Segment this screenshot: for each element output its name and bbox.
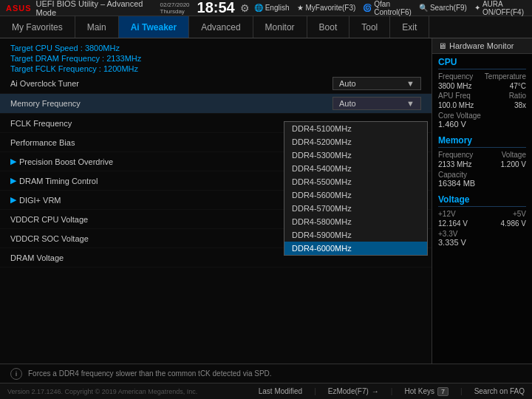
right-panel: 🖥 Hardware Monitor CPU Frequency Tempera… (432, 38, 532, 364)
hotkeys-label: Hot Keys (404, 387, 434, 395)
hw-cap-label: Capacity (438, 171, 526, 179)
hw-cpu-freq-label: Frequency (438, 72, 473, 81)
search-button[interactable]: 🔍 Search(F9) (419, 4, 467, 12)
hw-cap-value: 16384 MB (438, 179, 526, 188)
nav-main[interactable]: Main (75, 16, 119, 38)
hw-mem-volt-label: Voltage (502, 151, 526, 159)
hw-mem-freq-value: 2133 MHz (438, 160, 472, 168)
hw-monitor-header: 🖥 Hardware Monitor (432, 38, 532, 54)
memory-frequency-row[interactable]: Memory Frequency Auto ▼ (0, 94, 432, 114)
bios-title: UEFI BIOS Utility – Advanced Mode (36, 0, 150, 17)
day-display: Thursday (160, 8, 190, 15)
nav-exit[interactable]: Exit (390, 16, 429, 38)
hw-voltage-section: Voltage +12V +5V 12.164 V 4.986 V +3.3V … (432, 191, 532, 250)
ai-overclock-arrow: ▼ (406, 79, 415, 88)
hw-cpu-freq-value: 3800 MHz (438, 82, 472, 90)
nav-tool[interactable]: Tool (349, 16, 390, 38)
bottom-info-bar: i Forces a DDR4 frequency slower than th… (0, 364, 532, 383)
settings-icon[interactable]: ⚙ (240, 2, 250, 14)
hw-v33-value: 3.335 V (438, 238, 526, 247)
precision-boost-arrow: ▶ (10, 157, 16, 166)
dd-item-9[interactable]: DDR4-6000MHz (284, 242, 427, 255)
top-bar-right: 🌐 English ★ MyFavorite(F3) 🌀 Qfan Contro… (254, 0, 526, 16)
hw-cpu-section: CPU Frequency Temperature 3800 MHz 47°C … (432, 54, 532, 132)
aura-label: AURA ON/OFF(F4) (482, 0, 526, 16)
ai-overclock-value[interactable]: Auto ▼ (332, 77, 421, 90)
nav-myfavorites[interactable]: My Favorites (0, 16, 75, 38)
top-bar: ASUS UEFI BIOS Utility – Advanced Mode 0… (0, 0, 532, 16)
ezmode-button[interactable]: EzMode(F7) → (328, 387, 379, 396)
language-selector[interactable]: 🌐 English (254, 4, 290, 12)
ai-overclock-label: Ai Overclock Tuner (10, 79, 332, 88)
dd-item-2[interactable]: DDR4-5300MHz (284, 149, 427, 162)
hw-corevolt-value: 1.460 V (438, 120, 526, 129)
target-fclk-info: Target FCLK Frequency : 1200MHz (0, 64, 432, 74)
hw-cpu-freq-val-row: 3800 MHz 47°C (438, 82, 526, 90)
search-icon: 🔍 (419, 4, 428, 12)
aura-icon: ✦ (474, 4, 480, 12)
hw-apu-freq-label: APU Freq (438, 92, 471, 100)
hw-memory-title: Memory (438, 135, 526, 148)
hotkeys-item[interactable]: Hot Keys 7 (404, 387, 449, 396)
digi-vrm-arrow: ▶ (10, 195, 16, 205)
hw-v33-label: +3.3V (438, 230, 526, 238)
hw-v5-label: +5V (513, 210, 526, 218)
left-panel: Target CPU Speed : 3800MHz Target DRAM F… (0, 38, 432, 364)
memory-freq-arrow: ▼ (406, 99, 415, 108)
search-label: Search(F9) (430, 4, 467, 12)
hw-voltage-title: Voltage (438, 194, 526, 207)
dd-item-6[interactable]: DDR4-5700MHz (284, 202, 427, 215)
hw-memory-section: Memory Frequency Voltage 2133 MHz 1.200 … (432, 132, 532, 191)
hw-apu-val-row: 100.0 MHz 38x (438, 101, 526, 109)
dd-item-4[interactable]: DDR4-5500MHz (284, 175, 427, 188)
hw-cpu-temp-label: Temperature (485, 72, 526, 81)
myfavorite-button[interactable]: ★ MyFavorite(F3) (297, 4, 356, 12)
language-icon: 🌐 (254, 4, 263, 12)
hw-ratio-label: Ratio (509, 92, 526, 100)
memory-freq-dropdown[interactable]: DDR4-5100MHz DDR4-5200MHz DDR4-5300MHz D… (284, 121, 428, 256)
last-modified-item: Last Modified (259, 387, 302, 396)
date-display: 02/27/2020 (160, 1, 190, 8)
main-nav: My Favorites Main Ai Tweaker Advanced Mo… (0, 16, 532, 38)
ai-overclock-tuner-row[interactable]: Ai Overclock Tuner Auto ▼ (0, 74, 432, 94)
nav-advanced[interactable]: Advanced (189, 16, 253, 38)
memory-frequency-label: Memory Frequency (10, 99, 332, 108)
footer-bar: Version 2.17.1246. Copyright © 2019 Amer… (0, 383, 532, 399)
aura-button[interactable]: ✦ AURA ON/OFF(F4) (474, 0, 526, 16)
footer-actions: Last Modified | EzMode(F7) → | Hot Keys … (259, 387, 525, 396)
content-area: Target CPU Speed : 3800MHz Target DRAM F… (0, 38, 532, 364)
hw-mem-val-row: 2133 MHz 1.200 V (438, 160, 526, 168)
hw-ratio-value: 38x (514, 101, 526, 109)
target-dram-info: Target DRAM Frequency : 2133MHz (0, 53, 432, 64)
hw-apu-label-row: APU Freq Ratio (438, 92, 526, 100)
ezmode-arrow: → (372, 387, 379, 395)
dd-item-3[interactable]: DDR4-5400MHz (284, 162, 427, 175)
nav-boot[interactable]: Boot (307, 16, 350, 38)
time-display: 18:54 (197, 0, 235, 16)
hw-cpu-freq-row: Frequency Temperature (438, 72, 526, 81)
qfan-label: Qfan Control(F6) (374, 0, 412, 16)
info-icon: i (10, 368, 22, 380)
myfavorite-label: MyFavorite(F3) (306, 4, 356, 12)
memory-frequency-value[interactable]: Auto ▼ (332, 97, 421, 110)
dd-item-1[interactable]: DDR4-5200MHz (284, 135, 427, 149)
hw-v5-value: 4.986 V (501, 219, 526, 228)
dd-item-7[interactable]: DDR4-5800MHz (284, 215, 427, 228)
dd-item-5[interactable]: DDR4-5600MHz (284, 188, 427, 202)
search-faq-button[interactable]: Search on FAQ (474, 387, 525, 396)
hotkeys-key: 7 (437, 387, 449, 396)
qfan-button[interactable]: 🌀 Qfan Control(F6) (363, 0, 412, 16)
last-modified-label: Last Modified (259, 387, 302, 395)
nav-monitor[interactable]: Monitor (253, 16, 307, 38)
nav-aitweaker[interactable]: Ai Tweaker (119, 16, 189, 38)
hw-apu-freq-value: 100.0 MHz (438, 101, 474, 109)
hw-mem-label-row: Frequency Voltage (438, 151, 526, 159)
version-text: Version 2.17.1246. Copyright © 2019 Amer… (7, 388, 197, 395)
ezmode-label: EzMode(F7) (328, 387, 369, 395)
hw-v12-value: 12.164 V (438, 219, 468, 228)
hw-volt12-label-row: +12V +5V (438, 210, 526, 218)
hw-monitor-icon: 🖥 (438, 41, 446, 50)
dd-item-0[interactable]: DDR4-5100MHz (284, 122, 427, 135)
language-label: English (265, 4, 290, 12)
dd-item-8[interactable]: DDR4-5900MHz (284, 228, 427, 242)
